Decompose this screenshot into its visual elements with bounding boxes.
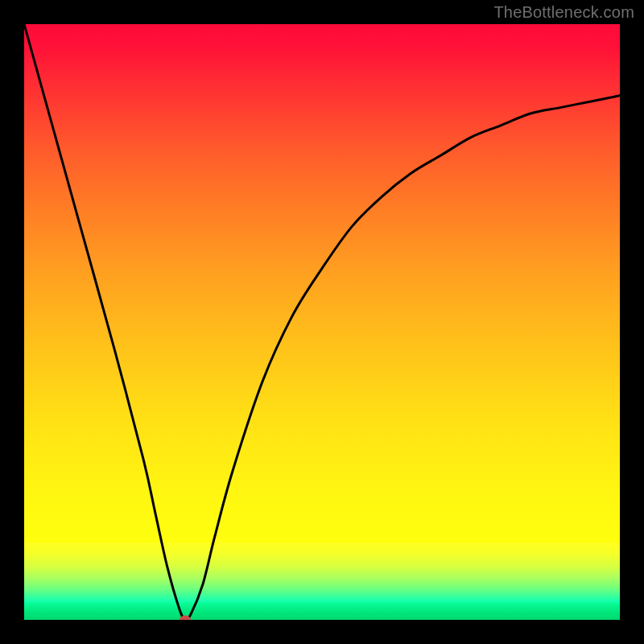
chart-frame: TheBottleneck.com	[0, 0, 644, 644]
plot-area	[24, 24, 620, 620]
minimum-marker	[180, 616, 191, 621]
watermark-text: TheBottleneck.com	[493, 3, 634, 22]
curve-svg	[24, 24, 620, 620]
bottleneck-curve	[24, 24, 620, 620]
